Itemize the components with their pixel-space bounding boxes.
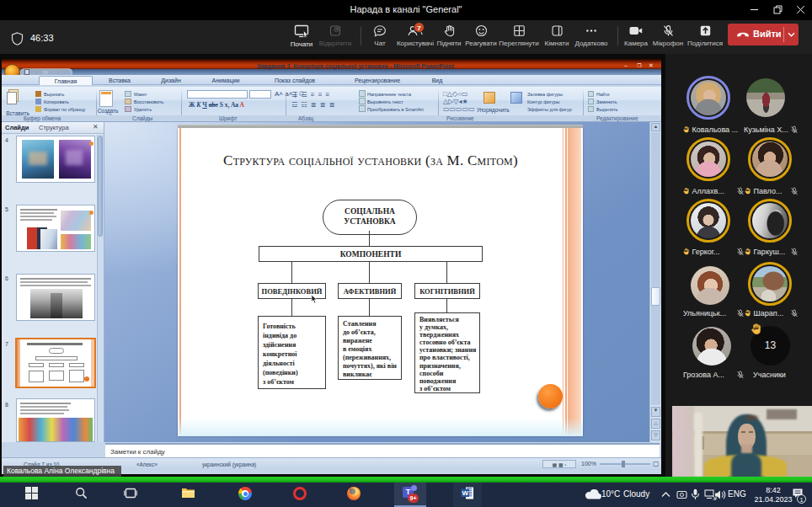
svg-text:W: W bbox=[462, 489, 468, 497]
